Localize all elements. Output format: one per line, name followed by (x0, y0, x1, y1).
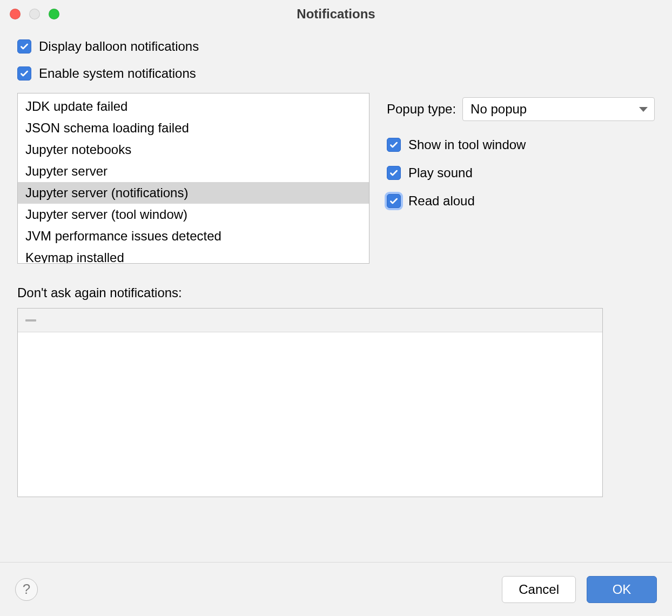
read-aloud-row[interactable]: Read aloud (387, 193, 655, 209)
check-icon (389, 168, 399, 178)
dont-ask-body[interactable] (18, 332, 602, 497)
list-item[interactable]: JVM performance issues detected (18, 225, 369, 247)
check-icon (19, 42, 29, 51)
cancel-button-label: Cancel (519, 582, 559, 597)
dialog-footer: ? Cancel OK (0, 562, 672, 616)
display-balloon-row[interactable]: Display balloon notifications (17, 39, 655, 54)
ok-button[interactable]: OK (587, 576, 657, 603)
show-tool-window-checkbox[interactable] (387, 138, 401, 152)
close-window-button[interactable] (10, 9, 21, 19)
enable-system-checkbox[interactable] (17, 66, 31, 81)
list-item[interactable]: Keymap installed (18, 247, 369, 264)
read-aloud-checkbox[interactable] (387, 194, 401, 208)
dont-ask-list[interactable] (17, 308, 603, 497)
window-title: Notifications (0, 6, 672, 22)
enable-system-row[interactable]: Enable system notifications (17, 66, 655, 81)
dont-ask-toolbar (18, 309, 602, 332)
show-tool-window-label: Show in tool window (408, 137, 526, 152)
minimize-window-button[interactable] (29, 9, 40, 19)
enable-system-label: Enable system notifications (39, 66, 196, 81)
list-item[interactable]: Jupyter server (18, 160, 369, 182)
list-item[interactable]: Jupyter server (notifications) (18, 182, 369, 204)
check-icon (19, 69, 29, 78)
popup-type-value: No popup (471, 102, 527, 117)
check-icon (389, 196, 399, 206)
check-icon (389, 140, 399, 150)
display-balloon-checkbox[interactable] (17, 39, 31, 53)
window-controls (10, 9, 59, 19)
dont-ask-label: Don't ask again notifications: (17, 285, 655, 300)
chevron-down-icon (639, 107, 648, 112)
display-balloon-label: Display balloon notifications (39, 39, 199, 54)
popup-type-select[interactable]: No popup (462, 97, 655, 121)
read-aloud-label: Read aloud (408, 193, 475, 209)
list-item[interactable]: Jupyter notebooks (18, 139, 369, 160)
remove-icon[interactable] (25, 319, 36, 322)
show-tool-window-row[interactable]: Show in tool window (387, 137, 655, 152)
list-item[interactable]: Jupyter server (tool window) (18, 204, 369, 225)
help-button[interactable]: ? (15, 578, 38, 601)
play-sound-row[interactable]: Play sound (387, 165, 655, 180)
help-icon: ? (23, 581, 30, 598)
popup-type-label: Popup type: (387, 102, 456, 117)
ok-button-label: OK (613, 582, 631, 597)
zoom-window-button[interactable] (49, 9, 59, 19)
notification-types-list[interactable]: JDK update failed JSON schema loading fa… (17, 93, 369, 264)
play-sound-checkbox[interactable] (387, 166, 401, 180)
list-item[interactable]: JDK update failed (18, 96, 369, 117)
titlebar: Notifications (0, 0, 672, 28)
list-item[interactable]: JSON schema loading failed (18, 117, 369, 139)
play-sound-label: Play sound (408, 165, 473, 180)
cancel-button[interactable]: Cancel (502, 576, 576, 603)
